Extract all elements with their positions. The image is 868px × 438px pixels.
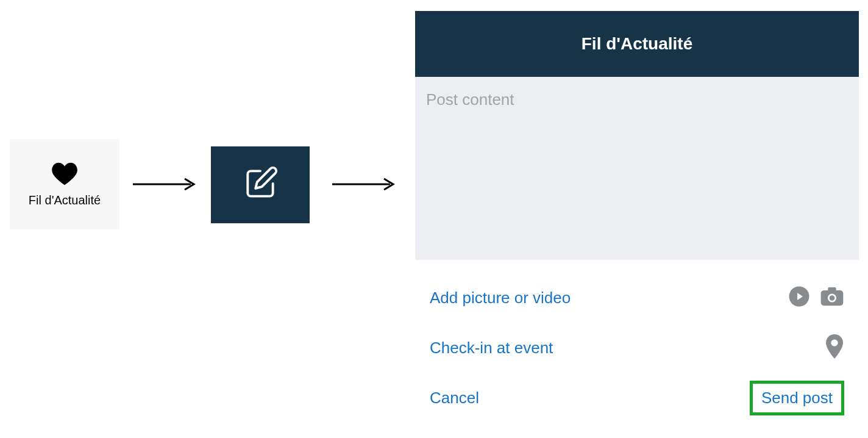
action-row: Cancel Send post	[430, 373, 844, 415]
panel-title: Fil d'Actualité	[415, 11, 859, 77]
checkin-row[interactable]: Check-in at event	[430, 322, 844, 373]
heart-icon	[51, 162, 78, 188]
send-post-button[interactable]: Send post	[761, 389, 833, 407]
news-feed-tile[interactable]: Fil d'Actualité	[10, 139, 119, 229]
add-media-link[interactable]: Add picture or video	[430, 289, 571, 307]
arrow-icon	[133, 177, 197, 192]
compose-icon	[241, 165, 279, 205]
camera-icon[interactable]	[820, 285, 844, 310]
send-post-highlight: Send post	[750, 381, 844, 415]
play-icon[interactable]	[788, 285, 810, 310]
svg-point-7	[830, 295, 835, 301]
cancel-button[interactable]: Cancel	[430, 389, 479, 407]
add-media-row[interactable]: Add picture or video	[430, 273, 844, 322]
location-pin-icon[interactable]	[825, 334, 844, 361]
svg-rect-5	[828, 287, 836, 292]
compose-panel: Fil d'Actualité Add picture or video	[415, 11, 859, 415]
checkin-link[interactable]: Check-in at event	[430, 339, 553, 357]
compose-button-tile[interactable]	[211, 146, 310, 223]
news-feed-label: Fil d'Actualité	[29, 193, 101, 207]
panel-options: Add picture or video	[415, 262, 859, 415]
post-content-input[interactable]	[415, 77, 859, 260]
arrow-icon	[332, 177, 396, 192]
svg-point-8	[831, 339, 838, 346]
